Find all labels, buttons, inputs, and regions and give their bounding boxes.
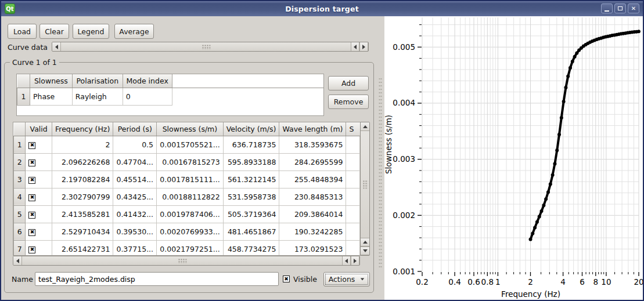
actions-button[interactable]: Actions	[323, 272, 370, 287]
load-button[interactable]: Load	[8, 24, 37, 39]
cell-wavelength[interactable]: 284.2695599	[279, 153, 346, 171]
row-header[interactable]: 6	[14, 223, 26, 240]
cell-s[interactable]	[346, 153, 360, 171]
cell-slowness[interactable]: 0.00188112822	[157, 188, 224, 205]
data-point[interactable]	[551, 173, 555, 177]
cell-frequency[interactable]: 2	[52, 136, 113, 153]
row-header[interactable]: 7	[14, 240, 26, 256]
cell-slowness[interactable]: 0.0020769933...	[157, 223, 224, 240]
cell-slowness[interactable]: 0.0019787406...	[157, 205, 224, 223]
data-point[interactable]	[566, 75, 570, 78]
cell-velocity[interactable]: 561.3212145	[223, 171, 279, 188]
valid-checkbox[interactable]: ✖	[28, 194, 35, 201]
average-button[interactable]: Average	[114, 24, 154, 39]
scroll-down-button[interactable]	[361, 246, 369, 255]
mode-col-polarisation[interactable]: Polarisation	[72, 74, 123, 88]
cell-wavelength[interactable]: 173.0291523	[279, 240, 346, 256]
cell-period[interactable]: 0.45514...	[113, 171, 157, 188]
data-point[interactable]	[571, 60, 574, 63]
data-point[interactable]	[564, 86, 567, 89]
remove-button[interactable]: Remove	[328, 95, 369, 109]
data-point[interactable]	[533, 226, 537, 229]
cell-wavelength[interactable]: 255.4848394	[279, 171, 346, 188]
cell-valid[interactable]: ✖	[26, 223, 52, 240]
cell-valid[interactable]: ✖	[26, 153, 52, 171]
column-header-velocity-m-s-[interactable]: Velocity (m/s)	[223, 122, 279, 136]
cell-velocity[interactable]: 531.5958738	[223, 188, 279, 205]
cell-frequency[interactable]: 2.197082284	[52, 171, 113, 188]
cell-s[interactable]	[346, 223, 360, 240]
cell-wavelength[interactable]: 318.3593675	[279, 136, 346, 153]
cell-polarisation[interactable]: Rayleigh	[72, 88, 123, 105]
cell-slowness-type[interactable]: Phase	[30, 88, 72, 105]
add-button[interactable]: Add	[328, 76, 369, 90]
clear-button[interactable]: Clear	[39, 24, 69, 39]
valid-checkbox[interactable]: ✖	[28, 159, 35, 166]
valid-checkbox[interactable]: ✖	[28, 229, 35, 236]
data-point[interactable]	[538, 215, 541, 218]
row-header[interactable]: 4	[14, 188, 26, 205]
dispersion-curve[interactable]	[531, 31, 639, 240]
valid-checkbox[interactable]: ✖	[28, 246, 35, 253]
data-point[interactable]	[557, 133, 561, 136]
data-point[interactable]	[553, 162, 556, 165]
cell-valid[interactable]: ✖	[26, 136, 52, 153]
cell-valid[interactable]: ✖	[26, 205, 52, 223]
cell-slowness[interactable]: 0.0021797251...	[157, 240, 224, 256]
maximize-button[interactable]	[614, 3, 626, 13]
name-input[interactable]	[35, 272, 279, 286]
table-horizontal-scrollbar[interactable]	[13, 256, 360, 266]
column-header-s[interactable]: S	[346, 122, 360, 136]
scroll-up-button[interactable]	[361, 122, 369, 131]
scrollbar-track[interactable]	[61, 42, 351, 51]
data-point[interactable]	[544, 197, 548, 201]
cell-s[interactable]	[346, 240, 360, 256]
splitter-handle[interactable]	[376, 16, 384, 300]
data-point[interactable]	[637, 30, 641, 33]
cell-s[interactable]	[346, 136, 360, 153]
cell-s[interactable]	[346, 188, 360, 205]
data-point[interactable]	[569, 66, 572, 70]
cell-frequency[interactable]: 2.413585281	[52, 205, 113, 223]
cell-frequency[interactable]: 2.529710434	[52, 223, 113, 240]
valid-checkbox[interactable]: ✖	[28, 142, 35, 149]
dispersion-plot[interactable]: 0.0010.0020.0030.0040.0050.20.40.60.8124…	[384, 16, 643, 300]
column-header-valid[interactable]: Valid	[26, 122, 52, 136]
scroll-left-button[interactable]	[13, 256, 22, 265]
minimize-button[interactable]	[601, 3, 613, 13]
cell-frequency[interactable]: 2.651422731	[52, 240, 113, 256]
mode-table-corner[interactable]	[17, 74, 30, 88]
mode-col-slowness[interactable]: Slowness	[30, 74, 72, 88]
valid-checkbox[interactable]: ✖	[28, 177, 35, 184]
scrollbar-track[interactable]	[361, 131, 369, 238]
cell-mode-index[interactable]: 0	[123, 88, 172, 105]
data-point[interactable]	[546, 190, 550, 194]
close-button[interactable]: ✕	[628, 3, 639, 13]
data-point[interactable]	[529, 238, 533, 241]
scroll-right-button[interactable]	[359, 42, 368, 51]
data-point[interactable]	[531, 231, 534, 235]
cell-period[interactable]: 0.5	[113, 136, 157, 153]
scrollbar-grip[interactable]	[178, 258, 186, 263]
scrollbar-grip[interactable]	[362, 180, 368, 189]
legend-button[interactable]: Legend	[73, 24, 109, 39]
cell-velocity[interactable]: 636.718735	[223, 136, 279, 153]
cell-frequency[interactable]: 2.302790799	[52, 188, 113, 205]
table-corner[interactable]	[14, 122, 26, 136]
scroll-right-button[interactable]	[351, 256, 359, 265]
cell-slowness[interactable]: 0.0015705521...	[157, 136, 224, 153]
cell-period[interactable]: 0.39530...	[113, 223, 157, 240]
cell-wavelength[interactable]: 230.8485313	[279, 188, 346, 205]
cell-velocity[interactable]: 595.8933188	[223, 153, 279, 171]
data-point[interactable]	[573, 55, 577, 59]
dispersion-plot-canvas[interactable]: 0.0010.0020.0030.0040.0050.20.40.60.8124…	[384, 16, 643, 300]
cell-valid[interactable]: ✖	[26, 240, 52, 256]
table-vertical-scrollbar[interactable]	[360, 122, 370, 256]
mode-col-modeindex[interactable]: Mode index	[123, 74, 172, 88]
row-header[interactable]: 3	[14, 171, 26, 188]
cell-frequency[interactable]: 2.096226268	[52, 153, 113, 171]
data-point[interactable]	[542, 204, 545, 207]
valid-checkbox[interactable]: ✖	[28, 212, 35, 219]
data-point[interactable]	[575, 51, 578, 55]
row-header[interactable]: 2	[14, 153, 26, 171]
